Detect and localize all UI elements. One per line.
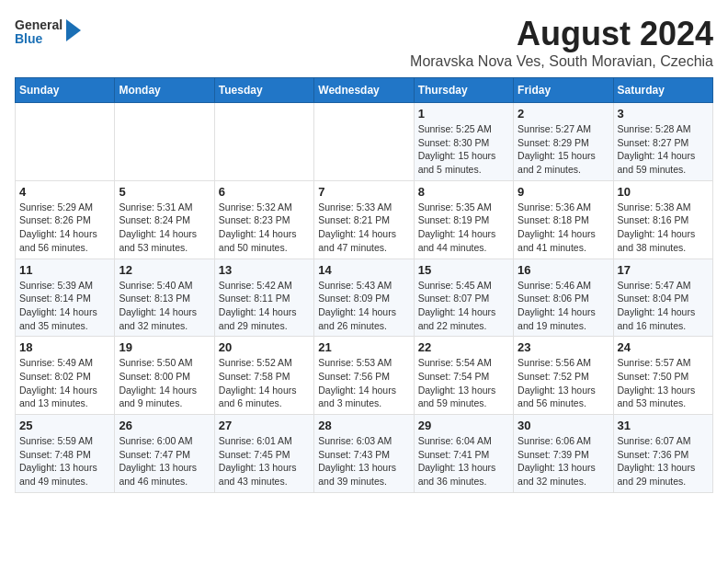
day-info: Sunrise: 6:03 AMSunset: 7:43 PMDaylight:…: [318, 434, 409, 488]
day-info: Sunrise: 6:07 AMSunset: 7:36 PMDaylight:…: [618, 434, 709, 488]
day-info: Sunrise: 5:45 AMSunset: 8:07 PMDaylight:…: [418, 279, 509, 333]
calendar-cell: 15Sunrise: 5:45 AMSunset: 8:07 PMDayligh…: [414, 259, 513, 337]
week-row: 18Sunrise: 5:49 AMSunset: 8:02 PMDayligh…: [16, 337, 713, 415]
calendar-cell: 27Sunrise: 6:01 AMSunset: 7:45 PMDayligh…: [214, 415, 313, 493]
day-number: 25: [19, 419, 110, 432]
logo-arrow-icon: [66, 19, 81, 41]
calendar-cell: 3Sunrise: 5:28 AMSunset: 8:27 PMDaylight…: [613, 103, 712, 181]
day-info: Sunrise: 5:47 AMSunset: 8:04 PMDaylight:…: [618, 279, 709, 333]
day-number: 7: [318, 185, 409, 199]
calendar-header: SundayMondayTuesdayWednesdayThursdayFrid…: [16, 78, 713, 103]
calendar-cell: 17Sunrise: 5:47 AMSunset: 8:04 PMDayligh…: [613, 259, 712, 337]
day-number: 9: [518, 185, 609, 199]
day-number: 31: [618, 419, 709, 432]
day-info: Sunrise: 5:25 AMSunset: 8:30 PMDaylight:…: [418, 122, 509, 177]
day-info: Sunrise: 5:35 AMSunset: 8:19 PMDaylight:…: [418, 201, 509, 255]
day-info: Sunrise: 5:31 AMSunset: 8:24 PMDaylight:…: [119, 201, 210, 255]
day-number: 26: [119, 419, 210, 432]
calendar-cell: 24Sunrise: 5:57 AMSunset: 7:50 PMDayligh…: [613, 337, 712, 415]
calendar-cell: 11Sunrise: 5:39 AMSunset: 8:14 PMDayligh…: [16, 259, 115, 337]
calendar-table: SundayMondayTuesdayWednesdayThursdayFrid…: [15, 77, 713, 493]
day-of-week-header: Friday: [514, 78, 613, 103]
calendar-cell: 20Sunrise: 5:52 AMSunset: 7:58 PMDayligh…: [214, 337, 313, 415]
day-info: Sunrise: 5:46 AMSunset: 8:06 PMDaylight:…: [518, 279, 609, 333]
sub-title: Moravska Nova Ves, South Moravian, Czech…: [410, 53, 713, 70]
day-number: 1: [418, 107, 509, 121]
week-row: 4Sunrise: 5:29 AMSunset: 8:26 PMDaylight…: [16, 180, 713, 259]
day-number: 16: [518, 263, 609, 277]
day-number: 11: [19, 263, 110, 277]
day-number: 20: [219, 340, 310, 354]
calendar-cell: 23Sunrise: 5:56 AMSunset: 7:52 PMDayligh…: [514, 337, 613, 415]
calendar-cell: 22Sunrise: 5:54 AMSunset: 7:54 PMDayligh…: [414, 337, 513, 415]
day-info: Sunrise: 5:54 AMSunset: 7:54 PMDaylight:…: [418, 356, 509, 410]
day-number: 30: [518, 419, 609, 432]
day-info: Sunrise: 5:29 AMSunset: 8:26 PMDaylight:…: [19, 201, 110, 255]
day-info: Sunrise: 5:59 AMSunset: 7:48 PMDaylight:…: [19, 434, 110, 488]
day-info: Sunrise: 5:28 AMSunset: 8:27 PMDaylight:…: [618, 122, 709, 177]
day-number: 12: [119, 263, 210, 277]
calendar-cell: 4Sunrise: 5:29 AMSunset: 8:26 PMDaylight…: [16, 180, 115, 259]
calendar-cell: 6Sunrise: 5:32 AMSunset: 8:23 PMDaylight…: [214, 180, 313, 259]
calendar-cell: 12Sunrise: 5:40 AMSunset: 8:13 PMDayligh…: [115, 259, 214, 337]
day-info: Sunrise: 6:00 AMSunset: 7:47 PMDaylight:…: [119, 434, 210, 488]
day-info: Sunrise: 5:56 AMSunset: 7:52 PMDaylight:…: [518, 356, 609, 410]
day-info: Sunrise: 5:40 AMSunset: 8:13 PMDaylight:…: [119, 279, 210, 333]
calendar-cell: 25Sunrise: 5:59 AMSunset: 7:48 PMDayligh…: [16, 415, 115, 493]
logo: General Blue: [15, 18, 81, 47]
day-number: 14: [318, 263, 409, 277]
week-row: 11Sunrise: 5:39 AMSunset: 8:14 PMDayligh…: [16, 259, 713, 337]
calendar-body: 1Sunrise: 5:25 AMSunset: 8:30 PMDaylight…: [16, 103, 713, 493]
logo-blue: Blue: [15, 32, 63, 46]
day-info: Sunrise: 6:01 AMSunset: 7:45 PMDaylight:…: [219, 434, 310, 488]
day-info: Sunrise: 5:42 AMSunset: 8:11 PMDaylight:…: [219, 279, 310, 333]
day-number: 4: [19, 185, 110, 199]
day-of-week-header: Sunday: [16, 78, 115, 103]
calendar-cell: 19Sunrise: 5:50 AMSunset: 8:00 PMDayligh…: [115, 337, 214, 415]
day-number: 29: [418, 419, 509, 432]
day-number: 3: [618, 107, 709, 121]
day-number: 21: [318, 340, 409, 354]
day-number: 10: [618, 185, 709, 199]
logo-general: General: [15, 18, 63, 32]
calendar-cell: 21Sunrise: 5:53 AMSunset: 7:56 PMDayligh…: [314, 337, 414, 415]
calendar-cell: [16, 103, 115, 181]
day-info: Sunrise: 5:49 AMSunset: 8:02 PMDaylight:…: [19, 356, 110, 410]
calendar-cell: 7Sunrise: 5:33 AMSunset: 8:21 PMDaylight…: [314, 180, 414, 259]
calendar-cell: 18Sunrise: 5:49 AMSunset: 8:02 PMDayligh…: [16, 337, 115, 415]
calendar-cell: 8Sunrise: 5:35 AMSunset: 8:19 PMDaylight…: [414, 180, 513, 259]
calendar-cell: 10Sunrise: 5:38 AMSunset: 8:16 PMDayligh…: [613, 180, 712, 259]
calendar-cell: 13Sunrise: 5:42 AMSunset: 8:11 PMDayligh…: [214, 259, 313, 337]
day-of-week-header: Saturday: [613, 78, 712, 103]
day-info: Sunrise: 6:06 AMSunset: 7:39 PMDaylight:…: [518, 434, 609, 488]
header: General Blue August 2024 Moravska Nova V…: [15, 15, 713, 70]
day-info: Sunrise: 5:36 AMSunset: 8:18 PMDaylight:…: [518, 201, 609, 255]
main-title: August 2024: [410, 15, 713, 53]
day-info: Sunrise: 5:43 AMSunset: 8:09 PMDaylight:…: [318, 279, 409, 333]
day-of-week-header: Wednesday: [314, 78, 414, 103]
logo-text: General Blue: [15, 18, 63, 47]
calendar-cell: 1Sunrise: 5:25 AMSunset: 8:30 PMDaylight…: [414, 103, 513, 181]
day-number: 2: [518, 107, 609, 121]
day-info: Sunrise: 5:50 AMSunset: 8:00 PMDaylight:…: [119, 356, 210, 410]
calendar-cell: 14Sunrise: 5:43 AMSunset: 8:09 PMDayligh…: [314, 259, 414, 337]
day-info: Sunrise: 5:57 AMSunset: 7:50 PMDaylight:…: [618, 356, 709, 410]
days-of-week-row: SundayMondayTuesdayWednesdayThursdayFrid…: [16, 78, 713, 103]
day-number: 24: [618, 340, 709, 354]
week-row: 1Sunrise: 5:25 AMSunset: 8:30 PMDaylight…: [16, 103, 713, 181]
day-number: 13: [219, 263, 310, 277]
day-number: 27: [219, 419, 310, 432]
week-row: 25Sunrise: 5:59 AMSunset: 7:48 PMDayligh…: [16, 415, 713, 493]
day-info: Sunrise: 5:52 AMSunset: 7:58 PMDaylight:…: [219, 356, 310, 410]
calendar-cell: 5Sunrise: 5:31 AMSunset: 8:24 PMDaylight…: [115, 180, 214, 259]
day-number: 28: [318, 419, 409, 432]
title-section: August 2024 Moravska Nova Ves, South Mor…: [410, 15, 713, 70]
day-of-week-header: Tuesday: [214, 78, 313, 103]
calendar-cell: 30Sunrise: 6:06 AMSunset: 7:39 PMDayligh…: [514, 415, 613, 493]
day-info: Sunrise: 5:32 AMSunset: 8:23 PMDaylight:…: [219, 201, 310, 255]
day-of-week-header: Thursday: [414, 78, 513, 103]
day-number: 6: [219, 185, 310, 199]
calendar-cell: [314, 103, 414, 181]
calendar-cell: 28Sunrise: 6:03 AMSunset: 7:43 PMDayligh…: [314, 415, 414, 493]
calendar-cell: 26Sunrise: 6:00 AMSunset: 7:47 PMDayligh…: [115, 415, 214, 493]
